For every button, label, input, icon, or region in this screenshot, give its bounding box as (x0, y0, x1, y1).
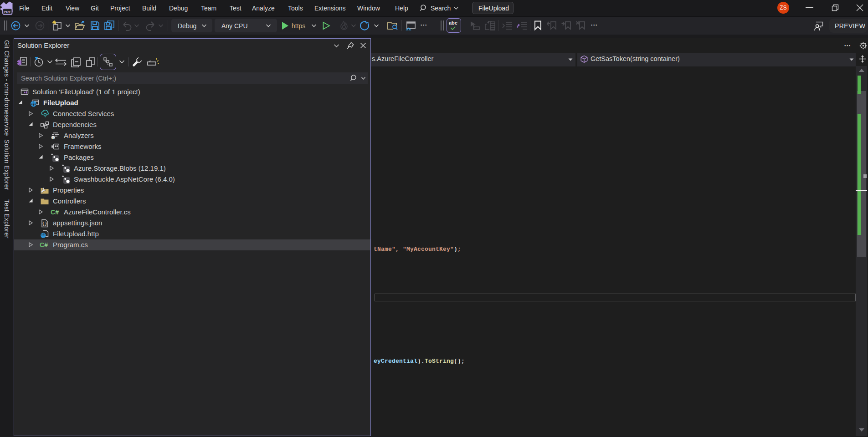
svg-text:i: i (53, 136, 54, 139)
svg-text:PRE: PRE (4, 10, 11, 14)
svg-text:{}: {} (42, 222, 47, 226)
